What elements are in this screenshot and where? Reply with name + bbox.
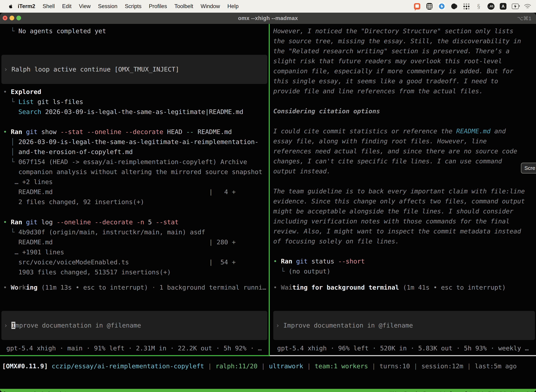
menu-item-scripts[interactable]: Scripts [121,3,145,9]
terminal-line: │ 2026-03-09-is-legal-the-same-as-legiti… [3,137,269,147]
terminal-line: └ No agents completed yet [3,26,269,36]
terminal-line: └ 067f154 (HEAD -> essay/ai-reimplementa… [3,157,269,167]
pane-divider[interactable] [269,24,270,356]
wifi-icon[interactable] [524,3,531,10]
tmux-session-window: [omx-cczip0:bash* [2,391,67,392]
prompt-input-right[interactable]: › Improve documentation in @filename [273,311,535,340]
model-status-left: gpt-5.4 xhigh · main · 91% left · 2.31M … [6,345,262,352]
menu-item-help[interactable]: Help [224,3,242,9]
menu-item-edit[interactable]: Edit [58,3,75,9]
window-title: omx --xhigh --madmax [0,13,536,24]
screen-share-chip[interactable]: Scre [521,163,536,173]
terminal-line: companion analysis without altering the … [3,167,269,177]
terminal-line: README.md | 280 + [3,237,269,247]
thinking-paragraph-3: The team guideline is to back every impo… [273,186,536,246]
ran-git-show-block: • Ran git show --stat --oneline --decora… [3,127,269,207]
keyboard-layout-icon[interactable]: A [500,3,507,10]
terminal-line: • Explored [3,87,269,97]
terminal-line: │ and-the-erosion-of-copyleft.md [3,147,269,157]
terminal-line: README.md | 4 + [3,187,269,197]
terminal-line: └ 4b9d30f (origin/main, instructkr/main,… [3,227,269,237]
terminal-line: slight risk that future readers may over… [273,56,536,66]
model-status-right: gpt-5.4 xhigh · 96% left · 520K in · 5.8… [277,345,529,352]
dots-grid-icon[interactable] [463,3,470,10]
terminal-line: review. Also, I might want to inspect th… [273,226,536,236]
tmux-status-bar: [omx-cczip0:bash* "MacBook-Pro-44.local"… [0,389,536,392]
lightning-badge-icon[interactable] [438,3,445,10]
menu-item-session[interactable]: Session [94,3,121,9]
menu-item-toolbelt[interactable]: Toolbelt [171,3,197,9]
prompt-input-left[interactable]: › Improve documentation in @filename [1,311,267,340]
terminal-line: • Working (11m 13s • esc to interrupt) ·… [3,282,269,292]
terminal-line: └ List git ls-files [3,97,269,107]
terminal-line: The team guideline is to back every impo… [273,186,536,196]
terminal-line: of focusing solely on file lines. [273,236,536,246]
terminal-line: 1903 files changed, 513517 insertions(+) [3,267,269,277]
terminal-line: Considering citation options [273,106,536,116]
menu-bar-status-icons: § ..61 A [414,0,531,13]
iterm-window: omx --xhigh --madmax ⌥⌘1 └ No agents com… [0,13,536,392]
terminal-line: including verification notes with those … [273,216,536,226]
menu-item-shell[interactable]: Shell [39,3,58,9]
left-pane[interactable]: └ No agents completed yet › Ralph loop a… [0,24,269,355]
battery-icon[interactable] [512,3,519,10]
terminal-line: companion file, especially if more comme… [273,66,536,76]
title-bar[interactable]: omx --xhigh --madmax ⌥⌘1 [0,13,536,24]
thinking-paragraph-1: However, I noticed the "Directory Struct… [273,26,536,96]
menu-item-view[interactable]: View [75,3,94,9]
terminal-area: └ No agents completed yet › Ralph loop a… [0,24,536,392]
terminal-line: However, I noticed the "Directory Struct… [273,26,536,36]
terminal-line: 2 files changed, 92 insertions(+) [3,197,269,207]
menu-bar: iTerm2ShellEditViewSessionScriptsProfile… [0,0,536,13]
terminal-line: might be acceptable alongside the file l… [273,206,536,216]
terminal-line: src/voice/voiceModeEnabled.ts | 54 + [3,257,269,267]
terminal-line: [OMX#0.11.9] cczip/essay/ai-reimplementa… [2,361,517,371]
terminal-line: • Ran git show --stat --oneline --decora… [3,127,269,137]
terminal-line: › Improve documentation in @filename [273,320,535,330]
menu-item-profiles[interactable]: Profiles [145,3,171,9]
working-status-line: • Working (11m 13s • esc to interrupt) ·… [3,282,269,292]
ran-git-status-block: • Ran git status --short └ (no output) [273,256,536,276]
terminal-line: references need actual files, and since … [273,146,536,156]
hook-icon[interactable]: § [475,3,482,10]
explored-block: • Explored └ List git ls-files Search 20… [3,87,269,117]
thinking-paragraph-2: I could cite commit statistics or refere… [273,126,536,176]
terminal-line: evidence. Since this change only affects… [273,196,536,206]
shield-grid-icon[interactable] [426,3,433,10]
tmux-host-clock: "MacBook-Pro-44.local" 04:52 31-Mar-26 [389,391,534,392]
terminal-line: this single essay, it seems like a good … [273,76,536,86]
screen-share-chip-label: Scre [524,165,535,171]
terminal-line: provide file and line references from th… [273,86,536,96]
timer-badge-icon[interactable]: ..61 [488,3,494,10]
terminal-line: the source tree, missing the essay. Stil… [273,36,536,46]
terminal-line: › Improve documentation in @filename [1,320,267,330]
terminal-line: └ (no output) [273,266,536,276]
terminal-line: changes, I can't cite specific file line… [273,156,536,166]
terminal-line: the "Related research writing" section i… [273,46,536,56]
left-pane-bottom-border [0,355,270,356]
apple-menu-icon[interactable] [8,3,14,9]
waiting-status-line: • Waiting for background terminal (1m 41… [273,282,536,292]
terminal-line: • Ran git status --short [273,256,536,266]
right-pane-bottom-border [270,355,536,356]
terminal-line: Search 2026-03-09-is-legal-the-same-as-l… [3,107,269,117]
chat-bubble-icon[interactable] [414,3,421,10]
moon-icon[interactable] [450,3,458,10]
right-pane[interactable]: However, I noticed the "Directory Struct… [271,24,536,355]
menu-item-window[interactable]: Window [197,3,224,9]
ralph-inject-box: › Ralph loop active continue [OMX_TMUX_I… [1,55,267,84]
terminal-line: … +1901 lines [3,247,269,257]
agents-summary: └ No agents completed yet [3,26,269,36]
terminal-line: … +2 lines [3,177,269,187]
terminal-line: I could cite commit statistics or refere… [273,126,536,136]
terminal-line: output instead. [273,166,536,176]
menu-item-iterm2[interactable]: iTerm2 [14,3,39,9]
terminal-line: › Ralph loop active continue [OMX_TMUX_I… [1,64,267,74]
thinking-heading: Considering citation options [273,106,536,116]
tab-shortcut-hint: ⌥⌘1 [517,13,531,24]
omx-session-status: [OMX#0.11.9] cczip/essay/ai-reimplementa… [2,361,517,371]
terminal-line: • Ran git log --oneline --decorate -n 5 … [3,217,269,227]
menu-bar-left: iTerm2ShellEditViewSessionScriptsProfile… [0,3,242,9]
ran-git-log-block: • Ran git log --oneline --decorate -n 5 … [3,217,269,277]
terminal-line: • Waiting for background terminal (1m 41… [273,282,536,292]
